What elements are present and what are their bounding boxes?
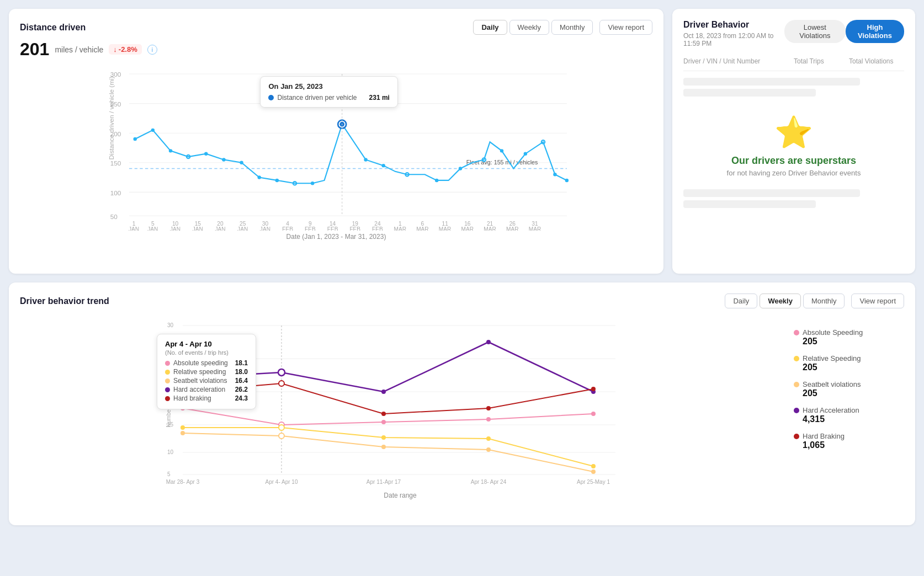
svg-text:JAN: JAN <box>129 226 139 231</box>
trend-svg-chart: 30 25 20 15 10 5 <box>20 317 780 494</box>
svg-point-101 <box>180 431 185 435</box>
down-arrow-icon: ↓ <box>113 45 117 54</box>
svg-point-108 <box>381 390 386 394</box>
trend-line-chart-wrap: 30 25 20 15 10 5 <box>20 317 780 499</box>
svg-point-34 <box>500 149 503 152</box>
skeleton-row-4 <box>683 200 816 208</box>
svg-point-37 <box>553 173 556 176</box>
legend-hard-braking: Hard Braking 1,065 <box>794 432 904 450</box>
trend-tab-monthly[interactable]: Monthly <box>803 294 845 308</box>
seatbelt-legend-value: 205 <box>803 388 904 398</box>
svg-point-115 <box>591 387 596 391</box>
svg-text:FEB: FEB <box>327 226 338 231</box>
svg-text:MAR: MAR <box>416 226 429 231</box>
svg-point-91 <box>180 406 185 410</box>
svg-text:100: 100 <box>110 189 121 196</box>
svg-text:FEB: FEB <box>349 226 360 231</box>
legend-rel-speeding: Relative Speeding 205 <box>794 354 904 372</box>
hard-accel-legend-dot-icon <box>794 408 799 413</box>
svg-point-109 <box>486 340 491 344</box>
tab-monthly[interactable]: Monthly <box>551 20 593 35</box>
svg-point-35 <box>524 152 527 156</box>
svg-point-105 <box>591 470 596 474</box>
svg-point-100 <box>591 464 596 468</box>
svg-point-15 <box>134 137 137 141</box>
svg-text:JAN: JAN <box>147 226 158 231</box>
hard-accel-legend-label: Hard Acceleration <box>803 406 859 414</box>
svg-point-29 <box>382 164 385 167</box>
distance-driven-card: Distance driven Daily Weekly Monthly Vie… <box>9 9 663 274</box>
tab-high-violations[interactable]: High Violations <box>846 20 904 43</box>
legend-abs-speeding: Absolute Speeding 205 <box>794 328 904 346</box>
trend-tab-weekly[interactable]: Weekly <box>760 294 801 308</box>
svg-point-113 <box>381 412 386 416</box>
svg-point-106 <box>180 376 185 380</box>
svg-text:50: 50 <box>110 213 118 220</box>
tab-weekly[interactable]: Weekly <box>509 20 549 35</box>
svg-text:JAN: JAN <box>215 226 225 231</box>
rel-speed-legend-value: 205 <box>803 362 904 372</box>
legend-hard-accel: Hard Acceleration 4,315 <box>794 406 904 424</box>
trend-legend-panel: Absolute Speeding 205 Relative Speeding … <box>794 317 904 499</box>
svg-text:25: 25 <box>167 355 174 361</box>
svg-point-93 <box>381 420 386 424</box>
col-trips: Total Trips <box>794 57 849 65</box>
trend-chart-area: 30 25 20 15 10 5 <box>20 317 904 499</box>
info-icon[interactable]: i <box>147 45 157 55</box>
skeleton-row-2 <box>683 89 816 97</box>
svg-text:Apr 25-May 1: Apr 25-May 1 <box>577 479 610 485</box>
superstar-text: Our drivers are superstars <box>731 155 856 167</box>
star-icon: ⭐ <box>774 114 813 151</box>
distance-chart-container: 300 250 200 150 100 50 Distance driven /… <box>20 65 652 231</box>
svg-point-21 <box>240 161 243 164</box>
svg-text:MAR: MAR <box>394 226 406 231</box>
trend-tab-group: Daily Weekly Monthly View report <box>725 294 904 308</box>
svg-point-107 <box>278 369 285 376</box>
svg-text:JAN: JAN <box>237 226 248 231</box>
svg-text:FEB: FEB <box>372 226 383 231</box>
trend-card-title: Driver behavior trend <box>20 296 109 306</box>
distance-view-report-btn[interactable]: View report <box>599 20 652 35</box>
svg-point-96 <box>180 425 185 430</box>
svg-text:Apr 11-Apr 17: Apr 11-Apr 17 <box>367 479 401 485</box>
driver-behavior-trend-card: Driver behavior trend Daily Weekly Month… <box>9 282 915 525</box>
svg-point-38 <box>565 179 569 182</box>
svg-text:FEB: FEB <box>305 226 316 231</box>
distance-value: 201 <box>20 39 49 60</box>
abs-speed-legend-dot-icon <box>794 330 799 335</box>
svg-point-104 <box>486 447 491 452</box>
svg-point-98 <box>381 435 386 440</box>
distance-unit: miles / vehicle <box>55 45 103 54</box>
behavior-tab-group: Lowest Violations High Violations <box>784 20 904 43</box>
behavior-date: Oct 18, 2023 from 12:00 AM to 11:59 PM <box>683 32 784 47</box>
svg-point-28 <box>364 158 367 161</box>
svg-text:MAR: MAR <box>461 226 474 231</box>
svg-point-19 <box>204 152 208 156</box>
svg-text:JAN: JAN <box>170 226 180 231</box>
hard-braking-legend-label: Hard Braking <box>803 432 845 440</box>
distance-change-badge: ↓ -2.8% <box>109 44 141 55</box>
distance-chart-xlabel: Date (Jan 1, 2023 - Mar 31, 2023) <box>20 233 652 241</box>
svg-point-95 <box>591 412 596 416</box>
distance-tab-group: Daily Weekly Monthly View report <box>473 20 652 35</box>
trend-tab-daily[interactable]: Daily <box>725 294 757 308</box>
skeleton-row-3 <box>683 189 860 197</box>
svg-text:Apr 18- Apr 24: Apr 18- Apr 24 <box>471 479 507 485</box>
svg-point-31 <box>435 179 438 182</box>
svg-point-32 <box>459 167 462 170</box>
skeleton-row-1 <box>683 78 860 86</box>
tab-lowest-violations[interactable]: Lowest Violations <box>784 20 846 43</box>
svg-text:150: 150 <box>110 159 121 167</box>
svg-text:Number of events: Number of events <box>166 384 172 428</box>
tab-daily[interactable]: Daily <box>473 20 507 35</box>
svg-point-25 <box>311 182 314 185</box>
svg-point-97 <box>279 425 284 430</box>
svg-text:MAR: MAR <box>529 226 541 231</box>
driver-behavior-card: Driver Behavior Oct 18, 2023 from 12:00 … <box>672 9 915 274</box>
svg-text:MAR: MAR <box>506 226 519 231</box>
trend-view-report-btn[interactable]: View report <box>851 294 904 308</box>
rel-speed-legend-label: Relative Speeding <box>803 354 861 362</box>
abs-speed-legend-value: 205 <box>803 337 904 346</box>
svg-point-22 <box>258 175 261 179</box>
trend-card-header: Driver behavior trend Daily Weekly Month… <box>20 294 904 308</box>
